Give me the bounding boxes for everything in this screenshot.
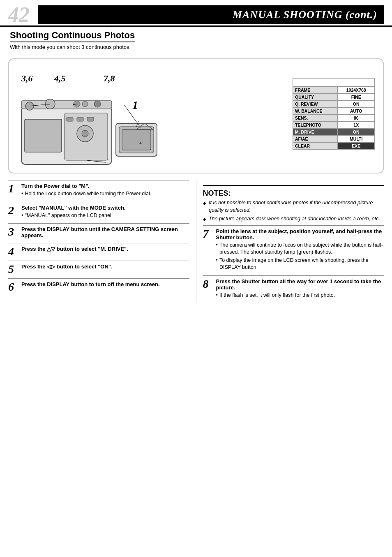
camera-setting-row: CLEAR EXE bbox=[293, 143, 375, 150]
step-number: 1 bbox=[8, 183, 17, 194]
svg-text:▲: ▲ bbox=[138, 140, 143, 145]
page-header: 42 MANUAL SHOOTING (cont.) bbox=[0, 0, 392, 27]
step-content: Press the ◁▷ button to select "ON". bbox=[21, 263, 189, 271]
step-item: 2 Select "MANUAL" with the MODE switch. … bbox=[8, 202, 189, 220]
svg-rect-14 bbox=[67, 117, 73, 121]
camera-setting-row: AF/AE MULTI bbox=[293, 136, 375, 143]
step-title: Press the △▽ button to select "M. DRIVE"… bbox=[21, 246, 189, 252]
camera-setting-value: AUTO bbox=[338, 108, 375, 115]
step-content: Press the DISPLAY button until the CAMER… bbox=[21, 226, 189, 240]
svg-rect-15 bbox=[77, 117, 83, 121]
camera-setting-value: 80 bbox=[338, 115, 375, 122]
step-content: Press the DISPLAY button to turn off the… bbox=[21, 281, 189, 289]
step-title: Press the ◁▷ button to select "ON". bbox=[21, 263, 189, 270]
step-content: Turn the Power dial to "M". Hold the Loc… bbox=[21, 183, 189, 199]
step-body: The camera will continue to focus on the… bbox=[216, 242, 384, 271]
step-item: 7 Point the lens at the subject, positio… bbox=[203, 225, 384, 272]
svg-rect-6 bbox=[122, 129, 151, 150]
camera-setting-rows: FRAME 1024X768 QUALITY FINE Q. REVIEW ON… bbox=[293, 86, 375, 150]
step-number: 6 bbox=[8, 281, 17, 293]
step-item: 4 Press the △▽ button to select "M. DRIV… bbox=[8, 243, 189, 257]
svg-point-11 bbox=[94, 101, 101, 107]
step-content: Press the △▽ button to select "M. DRIVE"… bbox=[21, 246, 189, 253]
camera-illustration: ▲ bbox=[17, 82, 165, 173]
diagram-box: 3,6 4,5 7,8 1 2 bbox=[8, 58, 384, 173]
camera-setting-value: ON bbox=[338, 129, 375, 136]
notes-title: NOTES: bbox=[203, 189, 384, 198]
camera-setting-label: AF/AE bbox=[293, 136, 338, 143]
camera-setting-label: QUALITY bbox=[293, 94, 338, 101]
camera-setting-table: CAMERA SETTING bbox=[293, 78, 375, 86]
shooting-title-text: Shooting Continuous Photos bbox=[10, 30, 135, 42]
shooting-subtitle: With this mode you can shoot 3 continuou… bbox=[0, 43, 392, 54]
camera-setting-value: 1024X768 bbox=[338, 87, 375, 94]
notes-section: NOTES: ● It is not possible to shoot con… bbox=[203, 185, 384, 224]
svg-point-10 bbox=[82, 101, 88, 107]
camera-setting-table-wrap: CAMERA SETTING FRAME 1024X768 QUALITY FI… bbox=[293, 78, 375, 150]
svg-rect-1 bbox=[25, 119, 62, 152]
step-content: Press the Shutter button all the way for… bbox=[216, 278, 384, 300]
step-number: 2 bbox=[8, 205, 17, 216]
camera-setting-label: W. BALANCE bbox=[293, 108, 338, 115]
notes-item: ● It is not possible to shoot continuous… bbox=[203, 199, 384, 214]
step-number: 4 bbox=[8, 246, 17, 257]
step-bullet: To display the image on the LCD screen w… bbox=[216, 257, 384, 271]
camera-setting-label: SENS. bbox=[293, 115, 338, 122]
camera-setting-label: TELEPHOTO bbox=[293, 122, 338, 129]
step-title: Point the lens at the subject, position … bbox=[216, 228, 384, 240]
notes-item: ● The picture appears dark when shooting… bbox=[203, 215, 384, 224]
svg-point-8 bbox=[45, 99, 55, 109]
section-title: MANUAL SHOOTING (cont.) bbox=[38, 5, 384, 24]
step-content: Point the lens at the subject, position … bbox=[216, 228, 384, 272]
step-bullet: Hold the Lock button down while turning … bbox=[21, 190, 189, 198]
notes-text: The picture appears dark when shooting a… bbox=[209, 215, 380, 223]
step-body: Hold the Lock button down while turning … bbox=[21, 190, 189, 198]
svg-rect-16 bbox=[87, 117, 94, 121]
shooting-title-area: Shooting Continuous Photos bbox=[0, 27, 392, 43]
step-title: Press the DISPLAY button until the CAMER… bbox=[21, 226, 189, 238]
notes-text: It is not possible to shoot continuous p… bbox=[209, 199, 384, 214]
camera-setting-value: ON bbox=[338, 101, 375, 108]
step-number: 8 bbox=[203, 278, 212, 290]
camera-setting-label: CLEAR bbox=[293, 143, 338, 150]
camera-setting-header: CAMERA SETTING bbox=[293, 79, 375, 86]
camera-setting-row: W. BALANCE AUTO bbox=[293, 108, 375, 115]
step-content: Select "MANUAL" with the MODE switch. "M… bbox=[21, 205, 189, 220]
step-number: 3 bbox=[8, 226, 17, 238]
step-title: Turn the Power dial to "M". bbox=[21, 183, 189, 189]
step-item: 5 Press the ◁▷ button to select "ON". bbox=[8, 261, 189, 275]
step-title: Select "MANUAL" with the MODE switch. bbox=[21, 205, 189, 211]
camera-setting-row: TELEPHOTO 1X bbox=[293, 122, 375, 129]
step-bullet: "MANUAL" appears on the LCD panel. bbox=[21, 212, 189, 220]
camera-setting-row: FRAME 1024X768 bbox=[293, 87, 375, 94]
step-bullet: If the flash is set, it will only flash … bbox=[216, 292, 384, 299]
step-item: 1 Turn the Power dial to "M". Hold the L… bbox=[8, 180, 189, 199]
step-bullet: The camera will continue to focus on the… bbox=[216, 242, 384, 256]
camera-diagram: 3,6 4,5 7,8 1 2 bbox=[17, 66, 284, 164]
camera-setting-row: SENS. 80 bbox=[293, 115, 375, 122]
svg-point-13 bbox=[82, 130, 88, 137]
camera-setting-label: Q. REVIEW bbox=[293, 101, 338, 108]
steps-left: 1 Turn the Power dial to "M". Hold the L… bbox=[8, 180, 196, 303]
page-number: 42 bbox=[8, 4, 30, 25]
steps-right: NOTES: ● It is not possible to shoot con… bbox=[196, 180, 384, 303]
step-item: 3 Press the DISPLAY button until the CAM… bbox=[8, 223, 189, 240]
step-title: Press the Shutter button all the way for… bbox=[216, 278, 384, 291]
notes-bullet-icon: ● bbox=[203, 215, 206, 224]
step-body: If the flash is set, it will only flash … bbox=[216, 292, 384, 299]
step-number: 7 bbox=[203, 228, 212, 240]
step-body: "MANUAL" appears on the LCD panel. bbox=[21, 212, 189, 220]
camera-setting-value: 1X bbox=[338, 122, 375, 129]
step-title: Press the DISPLAY button to turn off the… bbox=[21, 281, 189, 287]
camera-setting-row: M. DRIVE ON bbox=[293, 129, 375, 136]
camera-setting-row: QUALITY FINE bbox=[293, 94, 375, 101]
camera-setting-row: Q. REVIEW ON bbox=[293, 101, 375, 108]
camera-setting-label: M. DRIVE bbox=[293, 129, 338, 136]
camera-setting-value: MULTI bbox=[338, 136, 375, 143]
step-item: 8 Press the Shutter button all the way f… bbox=[203, 275, 384, 300]
page: 42 MANUAL SHOOTING (cont.) Shooting Cont… bbox=[0, 0, 392, 557]
camera-setting-value: EXE bbox=[338, 143, 375, 150]
notes-bullet-icon: ● bbox=[203, 199, 206, 208]
camera-setting-label: FRAME bbox=[293, 87, 338, 94]
step-item: 6 Press the DISPLAY button to turn off t… bbox=[8, 278, 189, 293]
